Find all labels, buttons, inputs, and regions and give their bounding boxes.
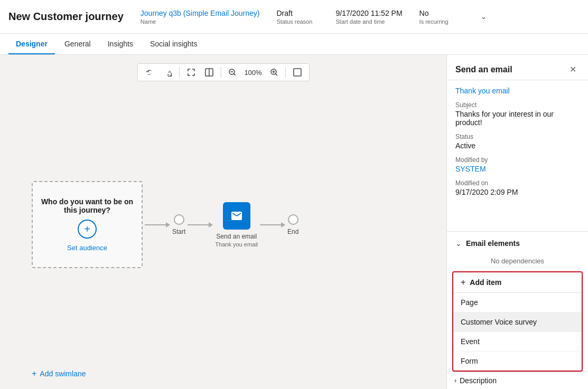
tab-insights[interactable]: Insights <box>100 34 141 54</box>
status-reason-value: Draft <box>276 9 319 17</box>
subject-label: Subject <box>455 101 580 109</box>
zoom-in-button[interactable] <box>267 67 281 78</box>
modified-on-label: Modified on <box>455 179 580 187</box>
arrow-to-start <box>143 222 172 227</box>
recurring-label: Is recurring <box>419 18 462 25</box>
start-circle <box>174 214 184 225</box>
arrow-to-email <box>185 222 215 227</box>
toolbar-sep-2 <box>220 67 221 78</box>
main-container: 100% Who do you want to be on this journ… <box>0 55 588 389</box>
email-node-icon[interactable] <box>223 202 250 230</box>
add-item-label: Add item <box>470 278 501 287</box>
header: New Customer journey Journey q3b (Simple… <box>0 0 588 34</box>
tab-social-insights[interactable]: Social insights <box>143 34 205 54</box>
start-date-value: 9/17/2020 11:52 PM <box>335 9 402 17</box>
dropdown-item-event[interactable]: Event <box>453 332 582 352</box>
canvas-toolbar: 100% <box>137 63 309 81</box>
zoom-out-button[interactable] <box>225 67 239 78</box>
tab-general[interactable]: General <box>57 34 98 54</box>
status-reason-label: Status reason <box>276 18 319 25</box>
toolbar-sep-1 <box>179 67 179 78</box>
svg-rect-9 <box>294 69 301 76</box>
meta-name: Journey q3b (Simple Email Journey) Name <box>141 9 260 25</box>
email-elements-section[interactable]: ⌄ Email elements <box>447 231 588 253</box>
add-swimlane-button[interactable]: + Add swimlane <box>32 369 86 378</box>
start-node: Start <box>172 214 185 235</box>
email-sublabel: Thank you email <box>215 241 258 248</box>
dropdown-item-form[interactable]: Form <box>453 352 582 371</box>
zoom-level: 100% <box>242 69 264 77</box>
section-chevron-icon: ⌄ <box>455 239 462 248</box>
split-button[interactable] <box>201 66 216 79</box>
email-node[interactable]: Send an email Thank you email <box>215 202 258 248</box>
svg-line-3 <box>234 74 236 76</box>
panel-close-button[interactable]: ✕ <box>566 63 580 75</box>
email-elements-title: Email elements <box>466 239 520 248</box>
modified-by-field: Modified by SYSTEM <box>455 156 580 173</box>
description-item[interactable]: › Description <box>447 372 588 389</box>
audience-text: Who do you want to be on this journey? <box>33 197 142 214</box>
subject-value: Thanks for your interest in our product! <box>455 110 580 127</box>
modified-by-label: Modified by <box>455 156 580 164</box>
svg-line-6 <box>275 74 277 76</box>
right-panel: Send an email ✕ Thank you email Subject … <box>446 55 588 389</box>
expand-button[interactable] <box>183 66 198 79</box>
dropdown-item-page[interactable]: Page <box>453 293 582 312</box>
description-label: Description <box>456 376 581 385</box>
meta-status-reason: Draft Status reason <box>276 9 319 25</box>
modified-by-value[interactable]: SYSTEM <box>455 165 580 173</box>
redo-button[interactable] <box>160 66 174 79</box>
add-item-button[interactable]: + Add item <box>453 272 582 293</box>
canvas-area: 100% Who do you want to be on this journ… <box>0 55 446 389</box>
recurring-value: No <box>419 9 462 17</box>
nav-tabs: Designer General Insights Social insight… <box>0 34 588 55</box>
subject-field: Subject Thanks for your interest in our … <box>455 101 580 127</box>
journey-name-value[interactable]: Journey q3b (Simple Email Journey) <box>141 9 260 17</box>
arrow-to-end <box>258 222 287 227</box>
panel-header: Send an email ✕ <box>447 55 588 80</box>
audience-box: Who do you want to be on this journey? +… <box>32 181 143 268</box>
header-expand-button[interactable]: ⌄ <box>479 11 489 23</box>
dropdown-item-voice-survey[interactable]: Customer Voice survey <box>453 312 582 332</box>
header-meta: Journey q3b (Simple Email Journey) Name … <box>141 9 580 25</box>
toolbar-sep-3 <box>285 67 286 78</box>
panel-body: Thank you email Subject Thanks for your … <box>447 80 588 231</box>
end-label: End <box>287 228 298 235</box>
tab-designer[interactable]: Designer <box>8 34 55 54</box>
add-item-dropdown: + Add item Page Customer Voice survey Ev… <box>452 271 583 372</box>
page-title: New Customer journey <box>8 11 124 23</box>
add-swimlane-label: Add swimlane <box>40 369 86 378</box>
start-date-label: Start date and time <box>335 18 402 25</box>
modified-on-field: Modified on 9/17/2020 2:09 PM <box>455 179 580 196</box>
end-node: End <box>287 214 298 235</box>
add-audience-button[interactable]: + <box>78 220 97 239</box>
set-audience-link[interactable]: Set audience <box>67 244 107 252</box>
fit-view-button[interactable] <box>290 66 305 79</box>
journey-canvas: Who do you want to be on this journey? +… <box>32 92 436 357</box>
email-link[interactable]: Thank you email <box>455 87 580 95</box>
end-circle <box>288 214 298 225</box>
add-item-plus-icon: + <box>461 278 465 287</box>
meta-start-date: 9/17/2020 11:52 PM Start date and time <box>335 9 402 25</box>
add-swimlane-icon: + <box>32 369 36 378</box>
undo-button[interactable] <box>142 66 156 79</box>
panel-title: Send an email <box>455 65 512 74</box>
status-field: Status Active <box>455 133 580 150</box>
status-label: Status <box>455 133 580 140</box>
modified-on-value: 9/17/2020 2:09 PM <box>455 188 580 196</box>
status-value: Active <box>455 141 580 150</box>
no-dependencies: No dependencies <box>447 253 588 271</box>
start-label: Start <box>172 228 185 235</box>
meta-recurring: No Is recurring <box>419 9 462 25</box>
email-label: Send an email <box>216 233 257 240</box>
journey-name-label: Name <box>141 18 260 25</box>
